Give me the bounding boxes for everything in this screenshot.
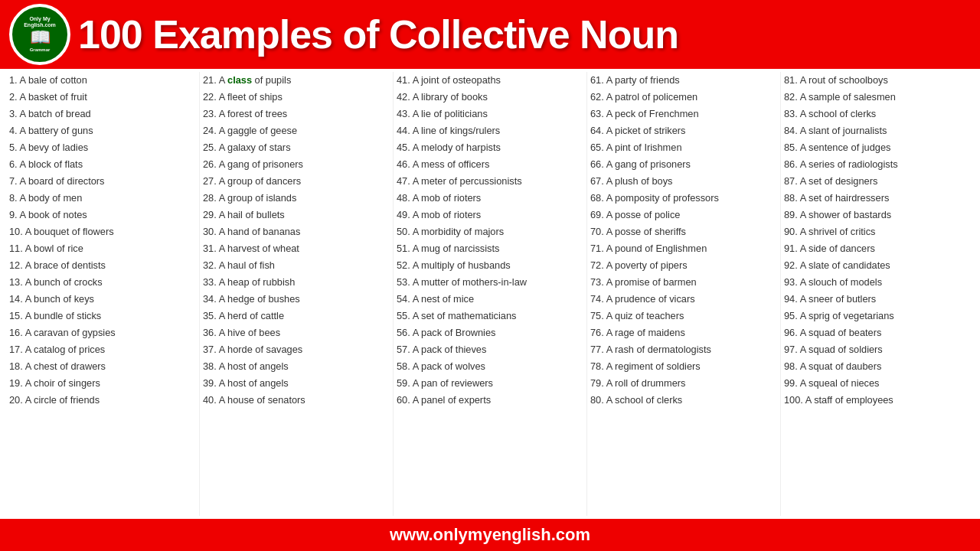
list-item: 98. A squat of daubers <box>784 358 971 375</box>
list-item: 77. A rash of dermatologists <box>590 341 777 358</box>
list-item: 75. A quiz of teachers <box>590 308 777 324</box>
list-item: 79. A roll of drummers <box>590 375 777 392</box>
logo-text-top: Only MyEnglish.com <box>24 16 56 28</box>
list-item: 64. A picket of strikers <box>590 122 777 139</box>
list-item: 20. A circle of friends <box>9 392 196 409</box>
list-item: 5. A bevy of ladies <box>9 139 196 156</box>
list-item: 67. A plush of boys <box>590 173 777 190</box>
list-item: 4. A battery of guns <box>9 122 196 139</box>
list-item: 12. A brace of dentists <box>9 257 196 274</box>
list-item: 51. A mug of narcissists <box>397 240 583 257</box>
list-item: 37. A horde of savages <box>203 341 390 358</box>
footer-url: www.onlymyenglish.com <box>390 525 590 545</box>
list-item: 72. A poverty of pipers <box>590 257 777 274</box>
list-item: 99. A squeal of nieces <box>784 375 971 392</box>
list-item: 23. A forest of trees <box>203 106 390 122</box>
list-item: 96. A squad of beaters <box>784 324 971 341</box>
list-item: 43. A lie of politicians <box>397 106 583 122</box>
content-area: 1. A bale of cotton 2. A basket of fruit… <box>0 69 980 519</box>
list-item: 7. A board of directors <box>9 173 196 190</box>
logo: Only MyEnglish.com 📖 Grammar <box>9 4 70 65</box>
list-item: 57. A pack of thieves <box>397 341 583 358</box>
list-item: 49. A mob of rioters <box>397 207 583 223</box>
list-item: 94. A sneer of butlers <box>784 291 971 308</box>
header: Only MyEnglish.com 📖 Grammar 100 Example… <box>0 0 980 69</box>
list-item: 73. A promise of barmen <box>590 274 777 291</box>
list-item: 44. A line of kings/rulers <box>397 122 583 139</box>
list-item: 47. A meter of percussionists <box>397 173 583 190</box>
list-item: 17. A catalog of prices <box>9 341 196 358</box>
list-item: 87. A set of designers <box>784 173 971 190</box>
list-item: 35. A herd of cattle <box>203 308 390 324</box>
list-item: 9. A book of notes <box>9 207 196 223</box>
list-item: 29. A hail of bullets <box>203 207 390 223</box>
list-item: 85. A sentence of judges <box>784 139 971 156</box>
list-item: 27. A group of dancers <box>203 173 390 190</box>
list-item: 11. A bowl of rice <box>9 240 196 257</box>
list-item: 34. A hedge of bushes <box>203 291 390 308</box>
list-item: 6. A block of flats <box>9 156 196 173</box>
list-item: 95. A sprig of vegetarians <box>784 308 971 324</box>
list-item: 22. A fleet of ships <box>203 89 390 106</box>
list-item: 74. A prudence of vicars <box>590 291 777 308</box>
list-item: 36. A hive of bees <box>203 324 390 341</box>
list-item: 81. A rout of schoolboys <box>784 72 971 89</box>
list-item: 25. A galaxy of stars <box>203 139 390 156</box>
list-item: 61. A party of friends <box>590 72 777 89</box>
list-item: 62. A patrol of policemen <box>590 89 777 106</box>
list-item: 32. A haul of fish <box>203 257 390 274</box>
list-item: 50. A morbidity of majors <box>397 223 583 240</box>
list-item: 18. A chest of drawers <box>9 358 196 375</box>
list-item: 59. A pan of reviewers <box>397 375 583 392</box>
list-item: 60. A panel of experts <box>397 392 583 409</box>
list-item: 70. A posse of sheriffs <box>590 223 777 240</box>
list-item: 3. A batch of bread <box>9 106 196 122</box>
list-item: 31. A harvest of wheat <box>203 240 390 257</box>
list-item: 48. A mob of rioters <box>397 190 583 207</box>
list-item: 89. A shower of bastards <box>784 207 971 223</box>
list-item: 80. A school of clerks <box>590 392 777 409</box>
list-item: 97. A squad of soldiers <box>784 341 971 358</box>
list-item: 82. A sample of salesmen <box>784 89 971 106</box>
list-item: 40. A house of senators <box>203 392 390 409</box>
column-1: 1. A bale of cotton 2. A basket of fruit… <box>6 72 200 516</box>
list-item: 28. A group of islands <box>203 190 390 207</box>
list-item: 13. A bunch of crocks <box>9 274 196 291</box>
list-item: 91. A side of dancers <box>784 240 971 257</box>
list-item: 58. A pack of wolves <box>397 358 583 375</box>
column-5: 81. A rout of schoolboys 82. A sample of… <box>781 72 974 516</box>
list-item: 8. A body of men <box>9 190 196 207</box>
list-item: 2. A basket of fruit <box>9 89 196 106</box>
list-item: 56. A pack of Brownies <box>397 324 583 341</box>
list-item: 66. A gang of prisoners <box>590 156 777 173</box>
list-item: 69. A posse of police <box>590 207 777 223</box>
list-item: 83. A school of clerks <box>784 106 971 122</box>
list-item: 65. A pint of Irishmen <box>590 139 777 156</box>
list-item: 10. A bouquet of flowers <box>9 223 196 240</box>
list-item: 38. A host of angels <box>203 358 390 375</box>
list-item: 14. A bunch of keys <box>9 291 196 308</box>
list-item: 45. A melody of harpists <box>397 139 583 156</box>
list-item: 71. A pound of Englishmen <box>590 240 777 257</box>
list-item: 100. A staff of employees <box>784 392 971 409</box>
list-item: 33. A heap of rubbish <box>203 274 390 291</box>
list-item: 54. A nest of mice <box>397 291 583 308</box>
list-item: 55. A set of mathematicians <box>397 308 583 324</box>
list-item: 1. A bale of cotton <box>9 72 196 89</box>
list-item: 30. A hand of bananas <box>203 223 390 240</box>
list-item: 92. A slate of candidates <box>784 257 971 274</box>
column-4: 61. A party of friends 62. A patrol of p… <box>587 72 781 516</box>
list-item: 39. A host of angels <box>203 375 390 392</box>
list-item: 88. A set of hairdressers <box>784 190 971 207</box>
page-title: 100 Examples of Collective Noun <box>78 11 678 57</box>
list-item: 68. A pomposity of professors <box>590 190 777 207</box>
column-2: 21. A class of pupils 22. A fleet of shi… <box>200 72 394 516</box>
list-item: 76. A rage of maidens <box>590 324 777 341</box>
list-item: 21. A class of pupils <box>203 72 390 89</box>
list-item: 84. A slant of journalists <box>784 122 971 139</box>
list-item: 19. A choir of singers <box>9 375 196 392</box>
list-item: 52. A multiply of husbands <box>397 257 583 274</box>
list-item: 42. A library of books <box>397 89 583 106</box>
list-item: 16. A caravan of gypsies <box>9 324 196 341</box>
list-item: 93. A slouch of models <box>784 274 971 291</box>
